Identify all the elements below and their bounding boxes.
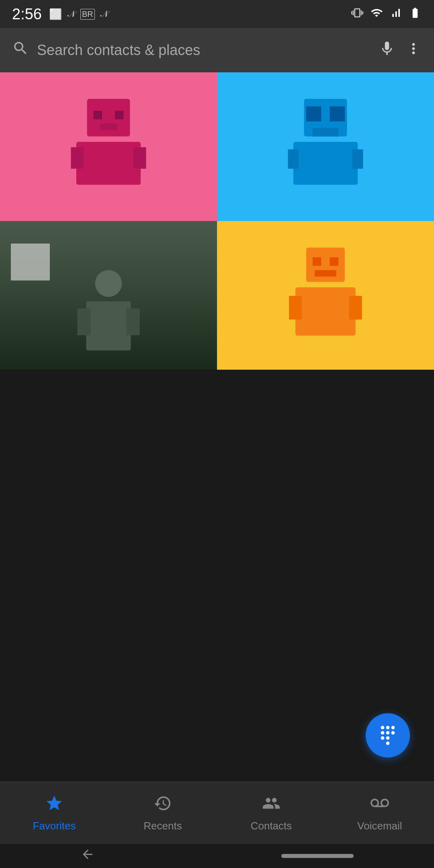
- svg-rect-13: [352, 149, 363, 169]
- voicemail-icon: [371, 794, 389, 817]
- status-time: 2:56: [12, 6, 42, 23]
- svg-rect-10: [313, 128, 338, 136]
- dialpad-fab-button[interactable]: [366, 713, 410, 757]
- search-icon: [12, 40, 29, 61]
- contact-tile-1[interactable]: [0, 72, 217, 221]
- contact-tile-3[interactable]: [0, 221, 217, 370]
- vibrate-icon: [351, 7, 363, 22]
- bottom-navigation: Favorites Recents Contacts Voicemail: [0, 782, 434, 844]
- favorites-label: Favorites: [33, 820, 76, 832]
- svg-rect-8: [306, 106, 321, 121]
- svg-rect-2: [115, 111, 123, 119]
- nav-voicemail[interactable]: Voicemail: [326, 794, 434, 832]
- svg-rect-5: [71, 147, 84, 168]
- contact-avatar-4: [266, 242, 385, 339]
- home-pill[interactable]: [281, 854, 354, 858]
- battery-icon: [408, 7, 422, 22]
- br-icon: BR: [80, 9, 95, 20]
- status-bar: 2:56 ⬜ 𝒩 BR 𝒩: [0, 0, 434, 28]
- status-app-icons: ⬜ 𝒩 BR 𝒩: [49, 8, 108, 20]
- svg-rect-12: [288, 149, 299, 169]
- main-content: [0, 370, 434, 782]
- recents-icon: [154, 794, 172, 817]
- svg-rect-11: [293, 142, 358, 185]
- svg-rect-21: [315, 270, 336, 276]
- svg-rect-17: [126, 309, 139, 336]
- svg-rect-4: [76, 142, 141, 185]
- back-button[interactable]: [80, 847, 95, 865]
- search-right-icons: [379, 40, 422, 61]
- svg-rect-1: [94, 111, 102, 119]
- recents-label: Recents: [143, 820, 182, 832]
- contact-avatar-3: [54, 266, 163, 355]
- contact-tile-4[interactable]: [217, 221, 434, 370]
- contact-avatar-1: [49, 94, 168, 190]
- svg-rect-3: [100, 124, 117, 130]
- dialpad-icon: [377, 725, 398, 746]
- status-left: 2:56 ⬜ 𝒩 BR 𝒩: [12, 6, 108, 23]
- contact-avatar-2: [266, 94, 385, 190]
- more-options-icon[interactable]: [405, 40, 422, 61]
- svg-rect-18: [306, 248, 345, 282]
- tablet-icon: ⬜: [49, 8, 62, 20]
- contacts-grid: [0, 72, 434, 370]
- svg-rect-16: [77, 309, 90, 336]
- signal-icon: [390, 7, 402, 22]
- contacts-icon: [262, 794, 280, 817]
- newspaper-icon: 𝒩: [68, 9, 75, 19]
- search-bar: [0, 28, 434, 72]
- svg-rect-9: [330, 106, 345, 121]
- nav-recents[interactable]: Recents: [108, 794, 217, 832]
- gesture-bar: [0, 844, 434, 868]
- svg-rect-19: [313, 257, 321, 266]
- voicemail-label: Voicemail: [357, 820, 402, 832]
- wifi-icon: [370, 7, 383, 22]
- status-right-icons: [351, 7, 422, 22]
- svg-rect-22: [295, 287, 356, 336]
- favorites-icon: [45, 794, 63, 817]
- svg-rect-24: [349, 296, 362, 319]
- search-input[interactable]: [37, 42, 371, 59]
- nav-contacts[interactable]: Contacts: [217, 794, 326, 832]
- voice-search-icon[interactable]: [379, 40, 395, 61]
- nyt-icon: 𝒩: [100, 9, 108, 19]
- svg-rect-15: [86, 301, 131, 350]
- svg-rect-14: [95, 270, 122, 297]
- nav-favorites[interactable]: Favorites: [0, 794, 108, 832]
- svg-rect-20: [330, 257, 338, 266]
- svg-rect-6: [133, 147, 146, 168]
- svg-rect-23: [289, 296, 302, 319]
- contacts-label: Contacts: [251, 820, 292, 832]
- contact-tile-2[interactable]: [217, 72, 434, 221]
